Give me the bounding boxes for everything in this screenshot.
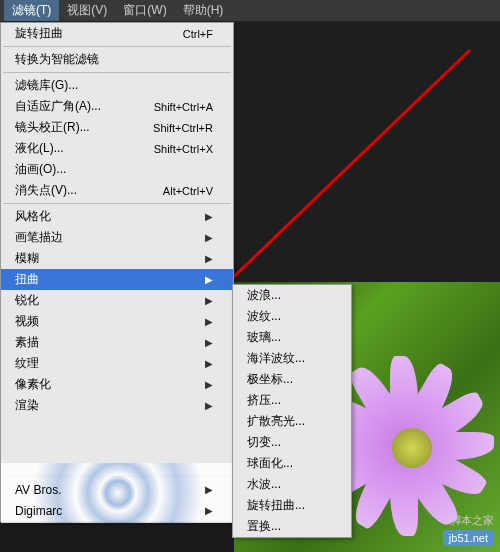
menu-item-g2-0[interactable]: 风格化▶ bbox=[1, 206, 233, 227]
menu-shortcut: Ctrl+F bbox=[183, 28, 213, 40]
menu-shortcut: Shift+Ctrl+R bbox=[153, 122, 213, 134]
menu-separator bbox=[3, 72, 231, 73]
chevron-right-icon: ▶ bbox=[205, 232, 213, 243]
canvas-empty bbox=[234, 22, 500, 282]
menu-label: 锐化 bbox=[15, 292, 39, 309]
menu-shortcut: Shift+Ctrl+A bbox=[154, 101, 213, 113]
menu-label: 消失点(V)... bbox=[15, 182, 77, 199]
menubar-view[interactable]: 视图(V) bbox=[59, 0, 115, 21]
menu-label: 水波... bbox=[247, 476, 281, 493]
menu-label: 模糊 bbox=[15, 250, 39, 267]
menu-label: 波浪... bbox=[247, 287, 281, 304]
menubar-help[interactable]: 帮助(H) bbox=[175, 0, 232, 21]
chevron-right-icon: ▶ bbox=[205, 505, 213, 516]
submenu-item-11[interactable]: 置换... bbox=[233, 516, 351, 537]
submenu-item-10[interactable]: 旋转扭曲... bbox=[233, 495, 351, 516]
menu-label: 液化(L)... bbox=[15, 140, 64, 157]
menu-label: AV Bros. bbox=[15, 483, 61, 497]
menu-convert-smart[interactable]: 转换为智能滤镜 bbox=[1, 49, 233, 70]
menu-label: 切变... bbox=[247, 434, 281, 451]
watermark-badge: jb51.net bbox=[443, 530, 494, 546]
menu-label: 旋转扭曲... bbox=[247, 497, 305, 514]
menu-label: 海洋波纹... bbox=[247, 350, 305, 367]
menu-label: 旋转扭曲 bbox=[15, 25, 63, 42]
chevron-right-icon: ▶ bbox=[205, 484, 213, 495]
menu-separator bbox=[3, 203, 231, 204]
menu-item-g1-4[interactable]: 油画(O)... bbox=[1, 159, 233, 180]
menu-item-g2-2[interactable]: 模糊▶ bbox=[1, 248, 233, 269]
menu-item-g2-9[interactable]: 渲染▶ bbox=[1, 395, 233, 416]
menu-item-g3-0[interactable]: AV Bros.▶ bbox=[1, 479, 233, 500]
menu-item-g1-0[interactable]: 滤镜库(G)... bbox=[1, 75, 233, 96]
menubar-filter[interactable]: 滤镜(T) bbox=[4, 0, 59, 21]
menu-item-g1-2[interactable]: 镜头校正(R)...Shift+Ctrl+R bbox=[1, 117, 233, 138]
menu-item-g2-6[interactable]: 素描▶ bbox=[1, 332, 233, 353]
menu-item-g2-5[interactable]: 视频▶ bbox=[1, 311, 233, 332]
menu-label: 挤压... bbox=[247, 392, 281, 409]
menu-item-g2-3[interactable]: 扭曲▶ bbox=[1, 269, 233, 290]
submenu-item-8[interactable]: 球面化... bbox=[233, 453, 351, 474]
submenu-item-1[interactable]: 波纹... bbox=[233, 306, 351, 327]
chevron-right-icon: ▶ bbox=[205, 316, 213, 327]
chevron-right-icon: ▶ bbox=[205, 274, 213, 285]
menu-item-g2-8[interactable]: 像素化▶ bbox=[1, 374, 233, 395]
menu-last-filter[interactable]: 旋转扭曲 Ctrl+F bbox=[1, 23, 233, 44]
menu-label: 转换为智能滤镜 bbox=[15, 51, 99, 68]
menu-label: 像素化 bbox=[15, 376, 51, 393]
submenu-item-5[interactable]: 挤压... bbox=[233, 390, 351, 411]
menu-label: 纹理 bbox=[15, 355, 39, 372]
submenu-item-3[interactable]: 海洋波纹... bbox=[233, 348, 351, 369]
chevron-right-icon: ▶ bbox=[205, 295, 213, 306]
menu-label: 玻璃... bbox=[247, 329, 281, 346]
menu-label: 自适应广角(A)... bbox=[15, 98, 101, 115]
menu-item-g1-3[interactable]: 液化(L)...Shift+Ctrl+X bbox=[1, 138, 233, 159]
chevron-right-icon: ▶ bbox=[205, 358, 213, 369]
menu-item-g1-1[interactable]: 自适应广角(A)...Shift+Ctrl+A bbox=[1, 96, 233, 117]
menubar-window[interactable]: 窗口(W) bbox=[115, 0, 174, 21]
menu-label: 素描 bbox=[15, 334, 39, 351]
menu-shortcut: Alt+Ctrl+V bbox=[163, 185, 213, 197]
submenu-item-4[interactable]: 极坐标... bbox=[233, 369, 351, 390]
menu-label: 扭曲 bbox=[15, 271, 39, 288]
menu-item-g2-1[interactable]: 画笔描边▶ bbox=[1, 227, 233, 248]
menu-label: 画笔描边 bbox=[15, 229, 63, 246]
menu-label: 镜头校正(R)... bbox=[15, 119, 90, 136]
chevron-right-icon: ▶ bbox=[205, 379, 213, 390]
menu-label: 极坐标... bbox=[247, 371, 293, 388]
menubar: 滤镜(T) 视图(V) 窗口(W) 帮助(H) bbox=[0, 0, 500, 22]
menu-shortcut: Shift+Ctrl+X bbox=[154, 143, 213, 155]
menu-item-g2-4[interactable]: 锐化▶ bbox=[1, 290, 233, 311]
menu-item-g2-7[interactable]: 纹理▶ bbox=[1, 353, 233, 374]
submenu-item-0[interactable]: 波浪... bbox=[233, 285, 351, 306]
chevron-right-icon: ▶ bbox=[205, 211, 213, 222]
menu-label: 扩散亮光... bbox=[247, 413, 305, 430]
menu-label: 置换... bbox=[247, 518, 281, 535]
menu-label: 波纹... bbox=[247, 308, 281, 325]
submenu-item-6[interactable]: 扩散亮光... bbox=[233, 411, 351, 432]
submenu-item-7[interactable]: 切变... bbox=[233, 432, 351, 453]
menu-label: Digimarc bbox=[15, 504, 62, 518]
watermark-text: 脚本之家 bbox=[450, 513, 494, 528]
menu-separator bbox=[3, 46, 231, 47]
submenu-item-9[interactable]: 水波... bbox=[233, 474, 351, 495]
menu-item-g3-1[interactable]: Digimarc▶ bbox=[1, 500, 233, 521]
submenu-item-2[interactable]: 玻璃... bbox=[233, 327, 351, 348]
menu-label: 球面化... bbox=[247, 455, 293, 472]
menu-label: 视频 bbox=[15, 313, 39, 330]
distort-submenu: 波浪...波纹...玻璃...海洋波纹...极坐标...挤压...扩散亮光...… bbox=[232, 284, 352, 538]
menu-label: 渲染 bbox=[15, 397, 39, 414]
menu-item-g1-5[interactable]: 消失点(V)...Alt+Ctrl+V bbox=[1, 180, 233, 201]
menu-label: 油画(O)... bbox=[15, 161, 66, 178]
chevron-right-icon: ▶ bbox=[205, 400, 213, 411]
chevron-right-icon: ▶ bbox=[205, 337, 213, 348]
filter-menu: 旋转扭曲 Ctrl+F 转换为智能滤镜 滤镜库(G)...自适应广角(A)...… bbox=[0, 22, 234, 522]
menu-label: 滤镜库(G)... bbox=[15, 77, 78, 94]
chevron-right-icon: ▶ bbox=[205, 253, 213, 264]
menu-label: 风格化 bbox=[15, 208, 51, 225]
